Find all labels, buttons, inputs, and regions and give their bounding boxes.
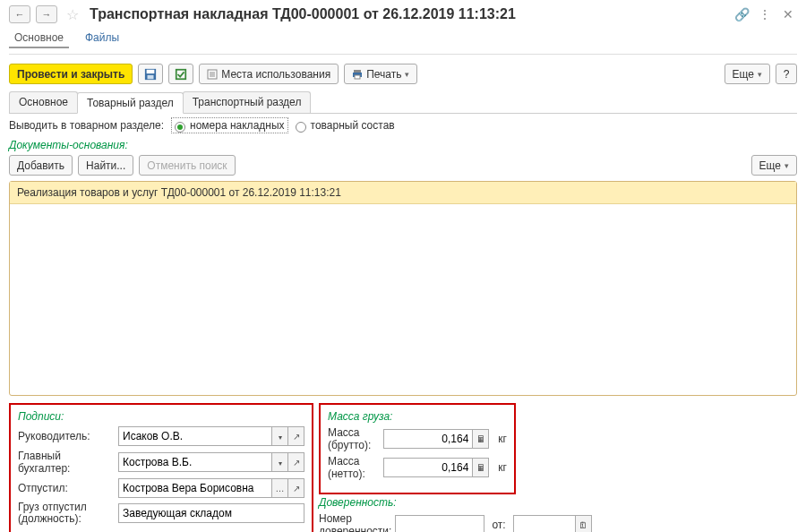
close-icon[interactable]: ✕ [779,5,797,23]
open-ref-button[interactable] [288,426,304,446]
more-button[interactable]: Еще [725,64,770,84]
main-toolbar: Провести и закрыть Места использования П… [0,60,806,91]
gross-label: Масса (брутто): [328,426,380,451]
post-and-close-button[interactable]: Провести и закрыть [9,64,133,84]
filter-row: Выводить в товарном разделе: номера накл… [0,114,806,137]
docs-section-title: Документы-основания: [0,137,806,153]
net-label: Масса (нетто): [328,455,380,480]
gross-unit: кг [498,433,507,445]
save-button[interactable] [138,64,163,84]
nav-back-button[interactable]: ← [9,5,30,23]
proxy-date-input[interactable] [513,515,576,532]
open-icon [293,432,300,442]
calc-button[interactable] [473,458,489,477]
list-icon [207,69,218,80]
svg-rect-1 [147,69,155,73]
released-input[interactable] [118,478,272,498]
proxy-title: Доверенность: [319,496,580,509]
signatures-panel: Подписи: Руководитель: Главный бухгалтер… [9,403,313,532]
subtab-goods[interactable]: Товарный раздел [77,92,184,114]
sub-tabs: Основное Товарный раздел Транспортный ра… [9,91,797,114]
chevron-down-icon [279,432,282,442]
add-button[interactable]: Добавить [9,155,73,176]
svg-rect-8 [354,70,361,73]
proxy-number-input[interactable] [395,515,484,532]
docs-table[interactable]: Реализация товаров и услуг ТД00-000001 о… [9,181,797,396]
select-button[interactable] [272,478,288,498]
docs-more-button[interactable]: Еще [751,155,797,176]
page-title: Транспортная накладная ТД00-000001 от 26… [90,6,516,22]
net-unit: кг [498,461,507,474]
mass-title: Масса груза: [328,410,507,423]
help-button[interactable]: ? [776,64,797,84]
open-icon [293,458,300,468]
gross-input[interactable] [383,429,473,449]
post-button[interactable] [168,64,193,84]
calendar-button[interactable] [576,515,592,532]
manager-input[interactable] [118,426,272,446]
calculator-icon [476,434,485,444]
filter-label: Выводить в товарном разделе: [9,119,164,132]
radio-invoice-numbers[interactable]: номера накладных [173,119,287,132]
floppy-icon [144,68,157,81]
radio-goods-content[interactable]: товарный состав [296,119,395,132]
net-input[interactable] [383,458,473,477]
calc-button[interactable] [473,429,489,449]
table-row[interactable]: Реализация товаров и услуг ТД00-000001 о… [10,182,796,204]
chevron-down-icon [279,458,282,468]
proxy-number-label: Номер доверенности: [319,512,391,532]
released-label: Отпустил: [18,482,115,494]
usage-button[interactable]: Места использования [199,64,339,84]
docs-toolbar: Добавить Найти... Отменить поиск Еще [0,153,806,181]
printer-icon [352,69,363,80]
accountant-input[interactable] [118,452,272,472]
proxy-from-label: от: [492,519,505,531]
manager-label: Руководитель: [18,430,115,442]
open-icon [293,484,300,493]
dropdown-button[interactable] [272,426,288,446]
svg-rect-2 [148,74,154,78]
proxy-panel: Доверенность: Номер доверенности: от: Ке… [319,494,587,532]
tab-main[interactable]: Основное [9,29,69,48]
favorite-star-icon[interactable]: ☆ [66,6,79,23]
cancel-search-button[interactable]: Отменить поиск [139,155,235,176]
open-ref-button[interactable] [288,452,304,472]
tab-files[interactable]: Файлы [80,29,124,48]
top-nav-tabs: Основное Файлы [0,27,806,54]
radio-icon [175,122,185,133]
ellipsis-icon [276,484,285,493]
link-icon[interactable]: 🔗 [733,5,750,23]
post-icon [175,68,187,81]
released-cargo-input[interactable] [118,503,304,523]
calculator-icon [476,463,485,473]
mass-panel: Масса груза: Масса (брутто): кг Масса (н… [319,403,516,494]
kebab-menu-icon[interactable]: ⋮ [756,5,774,23]
calendar-icon [579,520,587,530]
nav-forward-button[interactable]: → [36,5,57,23]
header-bar: ← → ☆ Транспортная накладная ТД00-000001… [0,0,806,27]
radio-icon [296,122,306,133]
svg-rect-3 [176,69,186,79]
subtab-main[interactable]: Основное [9,91,78,113]
find-button[interactable]: Найти... [78,155,133,176]
signatures-title: Подписи: [18,410,304,423]
print-button[interactable]: Печать [344,64,417,84]
accountant-label: Главный бухгалтер: [18,450,115,475]
subtab-transport[interactable]: Транспортный раздел [183,91,312,113]
open-ref-button[interactable] [288,478,304,498]
svg-rect-10 [355,75,360,79]
released-cargo-label: Груз отпустил (должность): [18,502,115,525]
dropdown-button[interactable] [272,452,288,472]
